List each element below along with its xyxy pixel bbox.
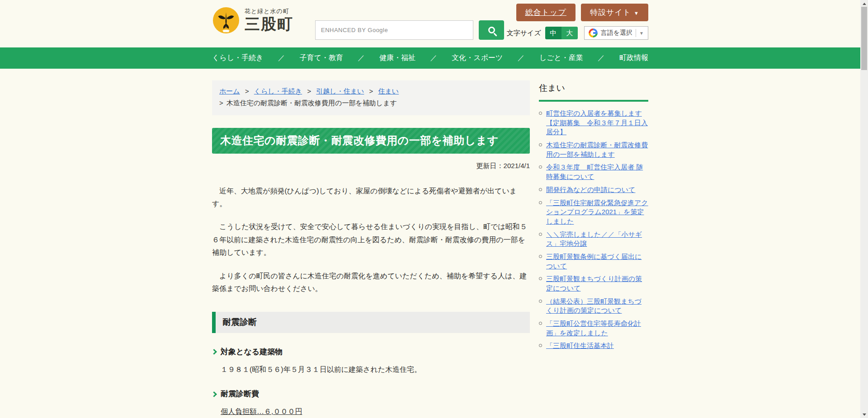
main-nav: くらし・手続き ／ 子育て・教育 ／ 健康・福祉 ／ 文化・スポーツ ／ しごと… (0, 47, 860, 69)
town-logo-icon (212, 6, 240, 34)
sidebar-link[interactable]: （結果公表）三股町景観まちづくり計画の策定について (546, 297, 648, 315)
page-title: 木造住宅の耐震診断・耐震改修費用の一部を補助します (212, 128, 530, 154)
main-column: ホーム > くらし・手続き > 引越し・住まい > 住まい >木造住宅の耐震診断… (212, 80, 530, 418)
breadcrumb-link[interactable]: 引越し・住まい (316, 87, 364, 95)
google-icon (589, 28, 598, 38)
nav-item[interactable]: くらし・手続き (212, 53, 264, 63)
breadcrumb-links: ホーム > くらし・手続き > 引越し・住まい > 住まい (219, 85, 523, 97)
nav-item[interactable]: 文化・スポーツ (452, 53, 503, 63)
header-right: 総合トップ 特設サイト▼ 文字サイズ 中 大 言語を選択 ▼ (507, 4, 648, 40)
nav-item[interactable]: 子育て・教育 (300, 53, 343, 63)
special-site-label: 特設サイト (590, 8, 631, 17)
general-top-button[interactable]: 総合トップ (516, 4, 576, 21)
sidebar-list-item: 木造住宅の耐震診断・耐震改修費用の一部を補助します (539, 141, 648, 159)
sidebar-list-item: 令和３年度 町営住宅入居者 随時募集について (539, 163, 648, 181)
nav-items: くらし・手続き ／ 子育て・教育 ／ 健康・福祉 ／ 文化・スポーツ ／ しごと… (212, 47, 648, 69)
subsection-body: １９８１(昭和５６)年５月３１日以前に建築された木造住宅。 (221, 364, 530, 376)
bullet-circle-icon (539, 143, 542, 146)
arrow-down-icon (863, 413, 866, 416)
nav-item[interactable]: 健康・福祉 (379, 53, 415, 63)
fontsize-medium-button[interactable]: 中 (545, 27, 561, 39)
article-paragraph: こうした状況を受けて、安全で安心して暮らせる住まいづくりの実現を目指し、町では昭… (212, 221, 530, 259)
subsection-heading-text: 対象となる建築物 (221, 347, 283, 357)
article-paragraph: 近年、大地震が頻発(ひんぱつ)しており、家屋の倒壊などによる死傷者や避難者が出て… (212, 185, 530, 211)
divider (636, 29, 636, 37)
separator: ／ (278, 54, 285, 62)
site-name: 三股町 (245, 15, 293, 33)
sidebar-link[interactable]: 町営住宅の入居者を募集します【定期募集 令和３年７月１日入居分】 (546, 109, 648, 137)
scrollbar-thumb[interactable] (861, 7, 867, 70)
updated-date: 更新日：2021/4/1 (212, 162, 530, 170)
sidebar-list-item: 三股町景観条例に基づく届出について (539, 252, 648, 271)
bullet-circle-icon (539, 277, 542, 280)
separator: ／ (358, 54, 365, 62)
scrollbar-up-button[interactable] (860, 0, 868, 7)
sidebar-link[interactable]: 「三股町住生活基本計 (546, 341, 614, 351)
arrow-up-icon (863, 3, 866, 5)
bullet-circle-icon (539, 165, 542, 169)
sidebar-list-item: 「三股町住宅耐震化緊急促進アクションプログラム2021」を策定しました (539, 198, 648, 226)
search-icon (488, 27, 495, 33)
general-top-label: 総合トップ (525, 8, 566, 17)
header-tools: 文字サイズ 中 大 言語を選択 ▼ (507, 26, 648, 40)
sidebar-link[interactable]: 令和３年度 町営住宅入居者 随時募集について (546, 163, 648, 181)
sidebar-link[interactable]: ＼＼完売しました／／「小サギス」宅地分譲 (546, 230, 648, 249)
subsection-heading: 対象となる建築物 (212, 347, 530, 357)
breadcrumb-link[interactable]: ホーム (219, 87, 240, 95)
section-heading: 耐震診断 (212, 312, 530, 333)
separator: > (369, 87, 373, 95)
site-logo[interactable]: 花と緑と水の町 三股町 (212, 6, 293, 34)
scrollbar-down-button[interactable] (860, 411, 868, 418)
sidebar-link[interactable]: 木造住宅の耐震診断・耐震改修費用の一部を補助します (546, 141, 648, 159)
bullet-circle-icon (539, 233, 542, 236)
logo-text: 花と緑と水の町 三股町 (245, 7, 293, 33)
content: ホーム > くらし・手続き > 引越し・住まい > 住まい >木造住宅の耐震診断… (212, 80, 648, 418)
special-site-button[interactable]: 特設サイト▼ (581, 4, 648, 21)
sidebar-link[interactable]: 開発行為などの申請について (546, 185, 635, 195)
sidebar-link[interactable]: 「三股町住宅耐震化緊急促進アクションプログラム2021」を策定しました (546, 198, 648, 226)
nav-item[interactable]: 町政情報 (619, 53, 648, 63)
fontsize-large-button[interactable]: 大 (561, 27, 578, 39)
article-paragraphs: 近年、大地震が頻発(ひんぱつ)しており、家屋の倒壊などによる死傷者や避難者が出て… (212, 185, 530, 296)
breadcrumb-current-row: >木造住宅の耐震診断・耐震改修費用の一部を補助します (219, 97, 523, 109)
chevron-right-icon (211, 349, 217, 355)
sidebar-link[interactable]: 「三股町公営住宅等長寿命化計画」を改定しました (546, 319, 648, 338)
separator: > (307, 87, 311, 95)
sidebar-list-item: ＼＼完売しました／／「小サギス」宅地分譲 (539, 230, 648, 249)
sidebar-list-item: 開発行為などの申請について (539, 185, 648, 195)
language-select[interactable]: 言語を選択 ▼ (584, 26, 648, 40)
breadcrumb-link[interactable]: 住まい (378, 87, 399, 95)
bullet-circle-icon (539, 201, 542, 204)
sidebar-link[interactable]: 三股町景観まちづくり計画の策定について (546, 274, 648, 293)
sidebar-link[interactable]: 三股町景観条例に基づく届出について (546, 252, 648, 271)
nav-item[interactable]: しごと・産業 (539, 53, 583, 63)
chevron-down-icon: ▼ (639, 31, 644, 36)
subsection-target-buildings: 対象となる建築物 １９８１(昭和５６)年５月３１日以前に建築された木造住宅。 (212, 347, 530, 376)
sidebar-list-item: 「三股町住生活基本計 (539, 341, 648, 351)
bullet-circle-icon (539, 112, 542, 115)
separator: > (245, 87, 249, 95)
separator: ／ (430, 54, 437, 62)
scrollbar[interactable] (860, 0, 868, 418)
sidebar-list-item: 町営住宅の入居者を募集します【定期募集 令和３年７月１日入居分】 (539, 109, 648, 137)
sidebar-list: 町営住宅の入居者を募集します【定期募集 令和３年７月１日入居分】 木造住宅の耐震… (539, 109, 648, 351)
site-header: 花と緑と水の町 三股町 総合トップ 特設サイト▼ 文字サイズ 中 大 言語を選択 (212, 0, 648, 47)
sidebar-list-item: （結果公表）三股町景観まちづくり計画の策定について (539, 297, 648, 315)
search-button[interactable] (479, 20, 504, 40)
breadcrumb: ホーム > くらし・手続き > 引越し・住まい > 住まい >木造住宅の耐震診断… (212, 80, 530, 115)
language-select-label: 言語を選択 (601, 29, 632, 37)
breadcrumb-current: 木造住宅の耐震診断・耐震改修費用の一部を補助します (226, 99, 397, 107)
page: 花と緑と水の町 三股町 総合トップ 特設サイト▼ 文字サイズ 中 大 言語を選択 (0, 0, 860, 418)
subsection-body: 個人負担額…６,０００円 (221, 406, 530, 418)
search-input[interactable] (315, 20, 473, 40)
fontsize-label: 文字サイズ (507, 29, 541, 38)
subsection-heading-text: 耐震診断費 (221, 389, 259, 399)
chevron-down-icon: ▼ (634, 10, 639, 16)
separator: ／ (598, 54, 604, 62)
subsection-heading: 耐震診断費 (212, 389, 530, 399)
search-area (315, 20, 504, 40)
chevron-right-icon (211, 391, 217, 397)
site-tagline: 花と緑と水の町 (245, 7, 293, 15)
breadcrumb-link[interactable]: くらし・手続き (254, 87, 302, 95)
sidebar-list-item: 「三股町公営住宅等長寿命化計画」を改定しました (539, 319, 648, 338)
